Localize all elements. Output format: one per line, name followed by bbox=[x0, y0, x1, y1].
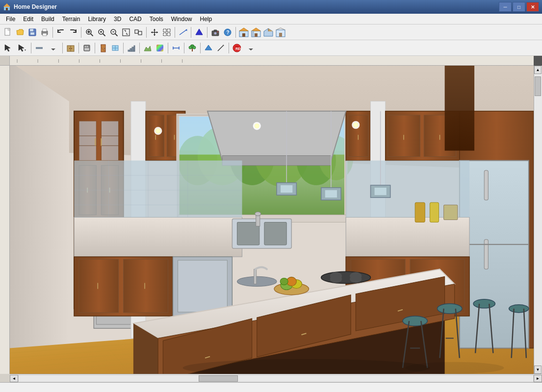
svg-rect-23 bbox=[135, 30, 138, 33]
svg-marker-61 bbox=[25, 49, 26, 51]
svg-marker-27 bbox=[154, 29, 155, 30]
zoom-out-button[interactable] bbox=[108, 26, 120, 38]
scroll-right-button[interactable]: ► bbox=[534, 375, 542, 382]
elevation-button[interactable] bbox=[275, 26, 286, 38]
svg-rect-47 bbox=[242, 33, 245, 37]
menu-terrain[interactable]: Terrain bbox=[58, 14, 84, 24]
svg-marker-28 bbox=[154, 34, 155, 36]
scroll-left-button[interactable]: ◄ bbox=[10, 375, 18, 382]
svg-rect-210 bbox=[325, 190, 337, 197]
svg-line-35 bbox=[180, 30, 186, 35]
menu-file[interactable]: File bbox=[2, 14, 19, 24]
paint-button[interactable] bbox=[154, 42, 166, 54]
svg-rect-79 bbox=[128, 50, 130, 51]
menu-window[interactable]: Window bbox=[167, 14, 196, 24]
svg-rect-24 bbox=[138, 31, 142, 35]
zoom-window-button[interactable] bbox=[83, 26, 95, 38]
cabinet-button[interactable] bbox=[65, 42, 77, 54]
open-button[interactable] bbox=[14, 26, 26, 38]
pointer-select-button[interactable] bbox=[2, 42, 14, 54]
camera-button[interactable] bbox=[209, 26, 221, 38]
stairs-button[interactable] bbox=[126, 42, 137, 54]
record-dropdown[interactable] bbox=[243, 42, 258, 54]
svg-point-69 bbox=[71, 48, 72, 49]
select-all-button[interactable] bbox=[161, 26, 173, 38]
svg-rect-207 bbox=[281, 185, 292, 193]
terrain-button2[interactable] bbox=[142, 42, 154, 54]
ruler-corner bbox=[0, 56, 10, 66]
tb2-sep-10 bbox=[229, 43, 229, 53]
svg-marker-92 bbox=[205, 45, 212, 50]
svg-rect-214 bbox=[445, 66, 474, 150]
menu-3d[interactable]: 3D bbox=[110, 14, 125, 24]
svg-rect-84 bbox=[156, 45, 163, 51]
svg-rect-203 bbox=[430, 202, 439, 222]
tb2-sep-1 bbox=[31, 43, 31, 53]
scroll-track-horizontal bbox=[18, 375, 534, 382]
toolbar-sep-7 bbox=[235, 27, 236, 38]
3d-view-button[interactable] bbox=[250, 26, 262, 38]
horizontal-scrollbar[interactable]: ◄ ► bbox=[10, 374, 542, 382]
elevation-line-button[interactable] bbox=[177, 26, 189, 38]
tb2-sep-3 bbox=[78, 43, 79, 53]
pointer-dropdown[interactable] bbox=[14, 42, 29, 54]
svg-line-93 bbox=[218, 45, 224, 51]
help-button[interactable]: ? bbox=[222, 26, 233, 38]
menu-library[interactable]: Library bbox=[84, 14, 110, 24]
svg-rect-175 bbox=[74, 217, 242, 257]
svg-rect-143 bbox=[148, 115, 164, 157]
wall-dropdown[interactable] bbox=[46, 42, 60, 54]
svg-line-16 bbox=[103, 34, 105, 36]
wall-button[interactable] bbox=[33, 42, 45, 54]
transform-button[interactable] bbox=[215, 42, 227, 54]
new-button[interactable] bbox=[2, 26, 14, 38]
toolbar-1: ? bbox=[0, 24, 542, 40]
save-button[interactable] bbox=[26, 26, 38, 38]
plant-button[interactable] bbox=[186, 42, 198, 54]
svg-rect-73 bbox=[84, 48, 89, 50]
up-arrow-button[interactable] bbox=[193, 26, 205, 38]
viewport-3d[interactable]: VIKING bbox=[10, 66, 534, 374]
svg-point-68 bbox=[69, 48, 70, 49]
record-button[interactable]: REC bbox=[231, 42, 243, 54]
close-button[interactable]: ✕ bbox=[526, 2, 539, 12]
redo-button[interactable] bbox=[67, 26, 79, 38]
dimension-button[interactable] bbox=[170, 42, 182, 54]
app-title: Home Designer bbox=[14, 3, 499, 10]
tb2-sep-9 bbox=[200, 43, 201, 53]
canvas-area[interactable]: | | | | | | | | | bbox=[10, 56, 542, 374]
appliance-button[interactable] bbox=[81, 42, 93, 54]
svg-rect-22 bbox=[123, 29, 129, 36]
zoom-in-button[interactable] bbox=[96, 26, 107, 38]
svg-rect-51 bbox=[252, 31, 254, 37]
top-ruler: | | | | | | | | | bbox=[10, 56, 534, 66]
svg-line-20 bbox=[115, 34, 117, 36]
menu-build[interactable]: Build bbox=[37, 14, 58, 24]
maximize-button[interactable]: □ bbox=[513, 2, 525, 12]
scroll-down-button[interactable]: ▼ bbox=[534, 366, 542, 374]
menu-cad[interactable]: CAD bbox=[125, 14, 145, 24]
floor-plan-button[interactable] bbox=[238, 26, 250, 38]
print-button[interactable] bbox=[39, 26, 51, 38]
zoom-all-button[interactable] bbox=[132, 26, 144, 38]
undo-button[interactable] bbox=[55, 26, 67, 38]
svg-rect-170 bbox=[484, 171, 488, 200]
move-up-button[interactable] bbox=[203, 42, 214, 54]
menu-edit[interactable]: Edit bbox=[19, 14, 37, 24]
window-button[interactable] bbox=[109, 42, 121, 54]
menu-help[interactable]: Help bbox=[196, 14, 216, 24]
menu-tools[interactable]: Tools bbox=[146, 14, 167, 24]
zoom-fit-button[interactable] bbox=[120, 26, 132, 38]
svg-rect-82 bbox=[134, 46, 135, 51]
perspective-button[interactable] bbox=[262, 26, 274, 38]
svg-marker-46 bbox=[239, 28, 248, 31]
minimize-button[interactable]: ─ bbox=[499, 2, 512, 12]
svg-point-237 bbox=[403, 316, 427, 326]
scroll-thumb-horizontal[interactable] bbox=[199, 375, 238, 382]
kitchen-scene-svg: VIKING bbox=[10, 66, 534, 374]
door-button[interactable] bbox=[97, 42, 109, 54]
vertical-scrollbar[interactable]: ▲ ▼ bbox=[534, 66, 542, 374]
scroll-up-button[interactable]: ▲ bbox=[534, 66, 542, 74]
pan-button[interactable] bbox=[149, 26, 160, 38]
scroll-thumb-vertical[interactable] bbox=[535, 76, 541, 96]
